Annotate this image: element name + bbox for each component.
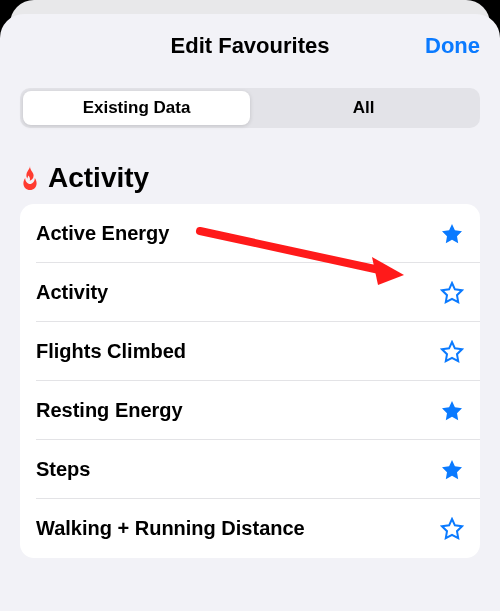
row-label: Walking + Running Distance <box>36 517 305 540</box>
sheet-title: Edit Favourites <box>171 33 330 59</box>
list-item[interactable]: Active Energy <box>20 204 480 263</box>
section-header: Activity <box>20 162 480 194</box>
list-item[interactable]: Resting Energy <box>20 381 480 440</box>
row-label: Flights Climbed <box>36 340 186 363</box>
list-item[interactable]: Flights Climbed <box>20 322 480 381</box>
favourites-list: Active Energy Activity Flights Climbed R… <box>20 204 480 558</box>
row-label: Resting Energy <box>36 399 183 422</box>
list-item[interactable]: Walking + Running Distance <box>20 499 480 558</box>
row-label: Activity <box>36 281 108 304</box>
section-title: Activity <box>48 162 149 194</box>
segment-existing-data[interactable]: Existing Data <box>23 91 250 125</box>
sheet-header: Edit Favourites Done <box>20 14 480 78</box>
segmented-control[interactable]: Existing Data All <box>20 88 480 128</box>
star-filled-icon[interactable] <box>440 222 464 246</box>
star-outline-icon[interactable] <box>440 517 464 541</box>
star-outline-icon[interactable] <box>440 281 464 305</box>
star-filled-icon[interactable] <box>440 399 464 423</box>
flame-icon <box>20 166 40 190</box>
done-button[interactable]: Done <box>425 14 480 78</box>
list-item[interactable]: Steps <box>20 440 480 499</box>
row-label: Steps <box>36 458 90 481</box>
star-filled-icon[interactable] <box>440 458 464 482</box>
star-outline-icon[interactable] <box>440 340 464 364</box>
list-item[interactable]: Activity <box>20 263 480 322</box>
segment-all[interactable]: All <box>250 91 477 125</box>
edit-favourites-sheet: Edit Favourites Done Existing Data All A… <box>0 14 500 611</box>
row-label: Active Energy <box>36 222 169 245</box>
